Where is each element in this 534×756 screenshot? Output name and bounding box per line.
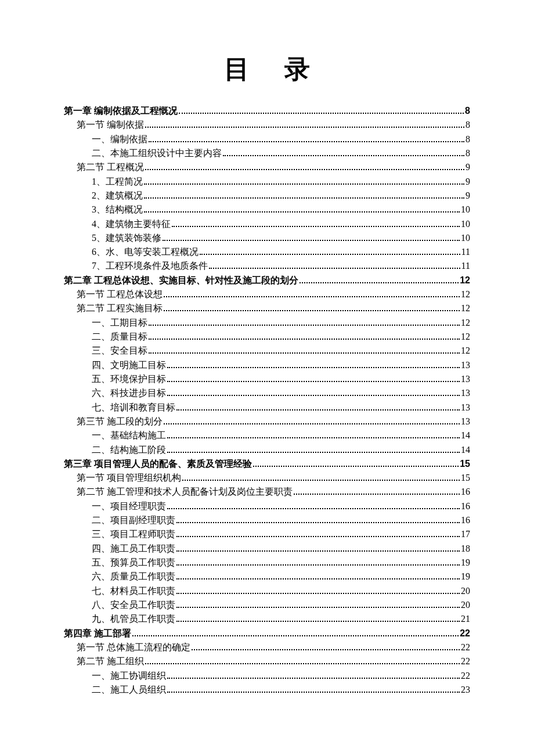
- toc-leader-dots: [200, 254, 460, 255]
- toc-entry: 二、结构施工阶段14: [64, 443, 470, 457]
- toc-leader-dots: [176, 550, 460, 552]
- toc-entry-page: 13: [461, 372, 470, 386]
- toc-entry-page: 15: [460, 457, 470, 471]
- toc-leader-dots: [167, 678, 460, 679]
- toc-entry-label: 6、水、电等安装工程概况: [92, 245, 199, 259]
- toc-entry: 四、文明施工目标13: [64, 358, 470, 372]
- toc-entry: 5、建筑装饰装修10: [64, 231, 470, 245]
- toc-entry: 6、水、电等安装工程概况11: [64, 245, 470, 259]
- toc-entry-label: 一、施工协调组织: [92, 669, 166, 683]
- toc-entry-label: 九、机管员工作职责: [92, 612, 175, 626]
- toc-entry: 五、环境保护目标13: [64, 372, 470, 386]
- toc-entry-label: 第二节 施工管理和技术人员配备计划及岗位主要职责: [77, 485, 293, 499]
- toc-entry-page: 13: [461, 386, 470, 400]
- toc-entry-page: 12: [461, 287, 470, 301]
- toc-entry-page: 20: [461, 584, 470, 598]
- toc-entry: 八、安全员工作职责20: [64, 598, 470, 612]
- toc-entry-page: 15: [461, 471, 470, 485]
- toc-entry-page: 13: [461, 358, 470, 372]
- toc-entry: 第三章 项目管理人员的配备、素质及管理经验15: [64, 457, 470, 471]
- toc-entry-label: 一、项目经理职责: [92, 499, 166, 513]
- toc-leader-dots: [149, 352, 460, 354]
- toc-leader-dots: [172, 226, 460, 227]
- toc-entry-label: 二、本施工组织设计中主要内容: [92, 146, 222, 160]
- toc-entry-label: 5、建筑装饰装修: [92, 231, 161, 245]
- toc-entry-label: 二、施工人员组织: [92, 683, 166, 697]
- toc-leader-dots: [179, 113, 464, 114]
- toc-entry-page: 22: [461, 654, 470, 668]
- toc-entry: 7、工程环境条件及地质条件11: [64, 259, 470, 273]
- toc-entry: 六、质量员工作职责19: [64, 570, 470, 584]
- toc-entry-label: 三、项目工程师职责: [92, 527, 175, 541]
- toc-entry-label: 第三章 项目管理人员的配备、素质及管理经验: [64, 457, 252, 471]
- toc-entry: 一、工期目标12: [64, 316, 470, 330]
- toc-leader-dots: [176, 536, 460, 537]
- toc-entry-page: 10: [461, 231, 470, 245]
- toc-leader-dots: [253, 466, 459, 467]
- toc-entry-page: 16: [461, 485, 470, 499]
- toc-leader-dots: [294, 494, 460, 495]
- toc-leader-dots: [209, 268, 460, 269]
- toc-entry-page: 9: [466, 175, 470, 189]
- toc-entry: 第四章 施工部署22: [64, 627, 470, 640]
- toc-leader-dots: [164, 423, 460, 424]
- toc-entry: 二、质量目标12: [64, 330, 470, 344]
- toc-entry: 九、机管员工作职责21: [64, 612, 470, 626]
- toc-entry: 第一章 编制依据及工程慨况8: [64, 104, 470, 118]
- toc-leader-dots: [164, 310, 460, 311]
- toc-leader-dots: [167, 437, 460, 438]
- toc-leader-dots: [149, 141, 464, 142]
- toc-leader-dots: [167, 452, 460, 453]
- toc-entry: 4、建筑物主要特征10: [64, 217, 470, 231]
- toc-entry-page: 13: [461, 415, 470, 429]
- toc-leader-dots: [145, 169, 464, 170]
- toc-entry-page: 22: [461, 640, 470, 654]
- toc-leader-dots: [223, 155, 464, 156]
- toc-leader-dots: [145, 127, 464, 128]
- toc-entry-page: 8: [465, 104, 470, 118]
- toc-entry-page: 22: [461, 669, 470, 683]
- toc-entry-page: 19: [461, 556, 470, 570]
- toc-entry-label: 二、结构施工阶段: [92, 443, 166, 457]
- toc-entry-page: 11: [461, 259, 470, 273]
- toc-leader-dots: [176, 564, 460, 566]
- toc-entry-label: 四、施工员工作职责: [92, 542, 175, 556]
- toc-entry: 一、项目经理职责16: [64, 499, 470, 513]
- toc-entry-label: 第二节 施工组织: [77, 654, 144, 668]
- toc-leader-dots: [149, 339, 460, 340]
- toc-entry: 一、基础结构施工14: [64, 429, 470, 442]
- toc-leader-dots: [300, 282, 459, 283]
- toc-entry-label: 1、工程简况: [92, 175, 143, 189]
- toc-entry-page: 9: [466, 189, 470, 203]
- toc-leader-dots: [167, 395, 460, 396]
- toc-container: 第一章 编制依据及工程慨况8第一节 编制依据8一、编制依据8二、本施工组织设计中…: [64, 104, 470, 697]
- toc-leader-dots: [132, 635, 459, 636]
- toc-entry: 第二节 工程实施目标12: [64, 301, 470, 315]
- toc-entry-page: 9: [466, 160, 470, 174]
- toc-entry: 第三节 施工段的划分13: [64, 415, 470, 429]
- toc-entry: 第二节 工程概况9: [64, 160, 470, 174]
- toc-leader-dots: [176, 621, 460, 622]
- toc-leader-dots: [176, 578, 460, 579]
- toc-entry-label: 六、质量员工作职责: [92, 570, 175, 584]
- toc-entry: 第二章 工程总体设想、实施目标、针对性及施工段的划分12: [64, 273, 470, 287]
- toc-entry-label: 第四章 施工部署: [64, 627, 131, 640]
- toc-entry-label: 一、基础结构施工: [92, 429, 166, 442]
- toc-entry: 第一节 总体施工流程的确定22: [64, 640, 470, 654]
- toc-entry: 第二节 施工组织22: [64, 654, 470, 668]
- toc-entry: 三、项目工程师职责17: [64, 527, 470, 541]
- toc-entry-page: 22: [460, 627, 470, 640]
- toc-entry-label: 七、培训和教育目标: [92, 401, 175, 415]
- toc-leader-dots: [176, 522, 460, 523]
- toc-entry-page: 12: [461, 316, 470, 330]
- toc-leader-dots: [144, 183, 464, 185]
- toc-entry: 2、建筑概况9: [64, 189, 470, 203]
- toc-entry-label: 二、项目副经理职责: [92, 513, 175, 527]
- toc-leader-dots: [163, 240, 460, 241]
- toc-entry-label: 第一节 总体施工流程的确定: [77, 640, 190, 654]
- toc-entry-label: 4、建筑物主要特征: [92, 217, 171, 231]
- toc-entry: 二、项目副经理职责16: [64, 513, 470, 527]
- toc-entry: 3、结构概况10: [64, 203, 470, 217]
- toc-entry-page: 12: [461, 344, 470, 358]
- toc-entry-label: 第二节 工程实施目标: [77, 301, 163, 315]
